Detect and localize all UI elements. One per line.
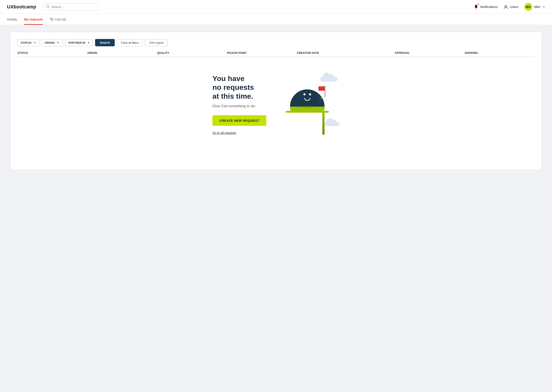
mailbox-flag <box>318 85 325 97</box>
mailbox-eye-right <box>309 93 311 95</box>
notifications-label: Notifications <box>480 5 498 9</box>
empty-text-block: You have no requests at this time. Give … <box>212 74 266 135</box>
mailbox-illustration <box>284 70 340 139</box>
notification-dot <box>477 3 479 5</box>
mailbox-post <box>322 111 324 135</box>
bell-icon <box>474 4 479 9</box>
main-content: STATUS ▼ ORIGIN ▼ PARTNER ID ▼ Search Cl… <box>0 25 552 177</box>
mailbox-knob <box>320 97 322 99</box>
tab-cart[interactable]: Cart (0) <box>50 17 66 25</box>
logo-ux: UX <box>7 4 14 9</box>
status-filter[interactable]: STATUS ▼ <box>17 39 39 46</box>
mailbox-slot <box>302 106 313 107</box>
empty-title: You have no requests at this time. <box>212 74 266 100</box>
cart-label: Cart (0) <box>55 17 66 21</box>
logo-bootcamp: bootcamp <box>14 4 36 9</box>
mailbox-body <box>290 89 324 111</box>
origin-filter[interactable]: ORIGIN ▼ <box>41 39 63 46</box>
partner-id-filter[interactable]: PARTNER ID ▼ <box>65 39 93 46</box>
logo: UXbootcamp <box>7 4 36 10</box>
svg-point-5 <box>52 20 53 21</box>
col-approval: APPROVAL <box>395 51 465 55</box>
search-input[interactable] <box>51 5 96 9</box>
user-name: Milo <box>534 5 540 9</box>
svg-line-1 <box>49 7 49 8</box>
users-label: Users <box>510 5 518 9</box>
col-origin: ORIGIN <box>87 51 157 55</box>
col-status: STATUS <box>17 51 87 55</box>
tab-activity[interactable]: Activity <box>7 17 17 25</box>
col-quality: QUALITY <box>157 51 227 55</box>
search-button[interactable]: Search <box>95 39 115 46</box>
cloud-top <box>320 77 337 82</box>
col-shipping: SHIPPING <box>465 51 535 55</box>
requests-card: STATUS ▼ ORIGIN ▼ PARTNER ID ▼ Search Cl… <box>10 32 542 170</box>
col-pickup-point: PICKUP POINT <box>227 51 297 55</box>
users-button[interactable]: Users <box>504 5 518 9</box>
partner-id-filter-label: PARTNER ID <box>68 41 85 44</box>
notifications-button[interactable]: Notifications <box>474 4 498 9</box>
avatar: MO <box>524 3 532 11</box>
svg-point-3 <box>505 5 507 7</box>
cart-icon <box>50 18 54 21</box>
mailbox-eye-left <box>303 93 306 95</box>
chevron-down-icon: ▼ <box>543 6 545 8</box>
empty-state: You have no requests at this time. Give … <box>17 57 535 147</box>
origin-filter-label: ORIGIN <box>45 41 55 44</box>
header-right: Notifications Users MO Milo ▼ <box>474 3 545 11</box>
origin-chevron-icon: ▼ <box>57 41 59 44</box>
status-chevron-icon: ▼ <box>34 41 36 44</box>
csv-export-button[interactable]: CSV export <box>145 39 167 46</box>
table-header: STATUS ORIGIN QUALITY PICKUP POINT CREAT… <box>17 51 535 57</box>
mailbox-flag-pole <box>324 85 325 97</box>
mailbox-body-wrap <box>290 89 324 111</box>
user-menu[interactable]: MO Milo ▼ <box>524 3 545 11</box>
col-creation-date: CREATION DATE <box>297 51 395 55</box>
status-filter-label: STATUS <box>21 41 31 44</box>
filters-row: STATUS ▼ ORIGIN ▼ PARTNER ID ▼ Search Cl… <box>17 39 535 46</box>
mailbox-flag-rect <box>318 86 324 91</box>
header: UXbootcamp Notifications <box>0 0 552 14</box>
go-to-all-requests-link[interactable]: Go to all requests <box>212 131 236 135</box>
mailbox-eyes <box>303 93 311 95</box>
clear-filters-button[interactable]: Clear all filters <box>117 39 143 46</box>
empty-subtitle: Give Carl something to do. <box>212 104 266 108</box>
nav-tabs: Activity My requests Cart (0) <box>0 14 552 25</box>
tab-my-requests[interactable]: My requests <box>24 17 43 25</box>
cloud-bottom <box>324 122 340 126</box>
users-icon <box>504 5 508 9</box>
search-icon <box>46 5 50 9</box>
svg-point-4 <box>51 20 52 21</box>
mailbox-group <box>290 89 324 135</box>
search-bar <box>43 3 99 11</box>
create-request-button[interactable]: CREATE NEW REQUEST <box>212 115 266 126</box>
svg-rect-2 <box>476 8 477 9</box>
partner-id-chevron-icon: ▼ <box>87 41 90 44</box>
